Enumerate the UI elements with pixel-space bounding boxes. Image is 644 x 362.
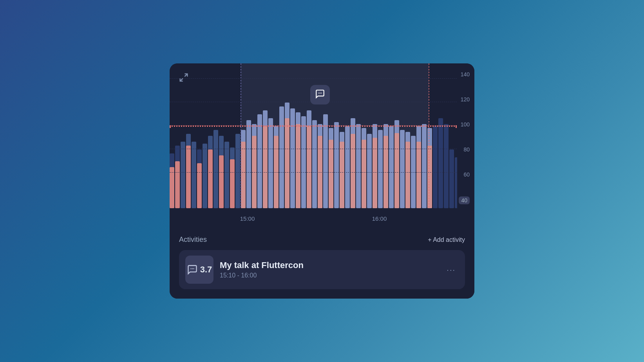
svg-rect-20: [186, 146, 191, 208]
svg-rect-13: [213, 130, 218, 208]
grid-line-80: [170, 149, 457, 149]
svg-rect-9: [192, 142, 196, 208]
svg-point-87: [192, 268, 193, 269]
svg-point-3: [320, 93, 320, 94]
activities-section: Activities + Add activity 3.7 My talk at…: [170, 228, 474, 299]
y-axis: 140 120 100 80 60 40: [459, 63, 470, 228]
activities-title: Activities: [179, 236, 207, 244]
svg-rect-18: [170, 167, 174, 208]
y-label-60: 60: [459, 171, 470, 178]
svg-rect-24: [230, 159, 235, 208]
svg-rect-19: [175, 161, 180, 208]
activity-info: My talk at Fluttercon 15:10 - 16:00: [220, 260, 437, 279]
svg-rect-82: [449, 149, 454, 208]
svg-rect-66: [296, 124, 300, 208]
svg-rect-77: [416, 142, 421, 208]
svg-rect-21: [197, 163, 202, 208]
chart-tooltip: [310, 85, 330, 104]
svg-rect-72: [362, 140, 366, 208]
svg-rect-65: [285, 118, 289, 208]
svg-rect-35: [290, 108, 295, 208]
svg-rect-73: [373, 138, 377, 208]
svg-rect-22: [208, 149, 213, 208]
x-label-1500: 15:00: [240, 215, 255, 222]
svg-point-2: [318, 93, 319, 94]
main-card: 140 120 100 80 60 40: [170, 63, 474, 299]
svg-rect-71: [351, 134, 355, 208]
svg-rect-83: [455, 157, 457, 208]
svg-rect-70: [340, 142, 344, 208]
grid-line-140: [170, 78, 457, 79]
activity-name: My talk at Fluttercon: [220, 260, 437, 270]
svg-rect-67: [307, 126, 311, 208]
activities-header: Activities + Add activity: [179, 236, 465, 244]
svg-rect-7: [181, 142, 185, 208]
svg-rect-41: [323, 114, 328, 208]
svg-rect-11: [203, 144, 207, 208]
x-axis: 15:00 16:00: [170, 215, 457, 222]
activity-time: 15:10 - 16:00: [220, 272, 437, 279]
svg-rect-53: [389, 126, 394, 208]
svg-rect-51: [378, 130, 383, 208]
y-label-40: 40: [459, 196, 470, 204]
svg-rect-81: [444, 124, 449, 208]
svg-rect-69: [329, 140, 333, 208]
add-activity-button[interactable]: + Add activity: [428, 236, 465, 243]
chart-area: 140 120 100 80 60 40: [170, 63, 474, 228]
svg-rect-80: [438, 118, 443, 208]
svg-rect-75: [394, 133, 399, 208]
svg-rect-27: [246, 120, 251, 208]
x-label-1600: 16:00: [372, 215, 387, 222]
collapse-button[interactable]: [178, 72, 189, 85]
y-label-120: 120: [459, 96, 470, 103]
svg-rect-15: [224, 142, 229, 208]
svg-rect-59: [422, 124, 427, 208]
svg-rect-55: [400, 130, 405, 208]
svg-rect-61: [241, 142, 246, 208]
svg-rect-63: [263, 126, 268, 208]
svg-point-88: [193, 268, 194, 269]
y-label-140: 140: [459, 71, 470, 77]
y-label-80: 80: [459, 146, 470, 153]
svg-point-4: [321, 93, 322, 94]
svg-rect-79: [433, 126, 438, 208]
svg-rect-33: [279, 106, 284, 208]
svg-rect-76: [405, 142, 410, 208]
svg-rect-43: [334, 122, 339, 208]
svg-rect-29: [257, 114, 262, 208]
activity-menu-button[interactable]: ···: [443, 262, 459, 277]
activity-rating: 3.7: [200, 265, 212, 275]
svg-rect-31: [268, 118, 273, 208]
svg-rect-78: [427, 146, 432, 208]
chat-icon: [187, 264, 198, 275]
svg-rect-17: [235, 134, 240, 208]
svg-rect-47: [356, 124, 361, 208]
svg-rect-39: [312, 120, 317, 208]
grid-line-100: [170, 125, 457, 127]
y-label-100: 100: [459, 121, 470, 128]
svg-rect-45: [345, 126, 350, 208]
svg-rect-23: [219, 155, 224, 208]
grid-line-60: [170, 172, 457, 173]
svg-rect-37: [301, 116, 306, 208]
svg-point-86: [190, 268, 191, 269]
activity-card: 3.7 My talk at Fluttercon 15:10 - 16:00 …: [179, 250, 465, 289]
svg-rect-49: [367, 134, 372, 208]
activity-icon-box: 3.7: [185, 256, 213, 284]
